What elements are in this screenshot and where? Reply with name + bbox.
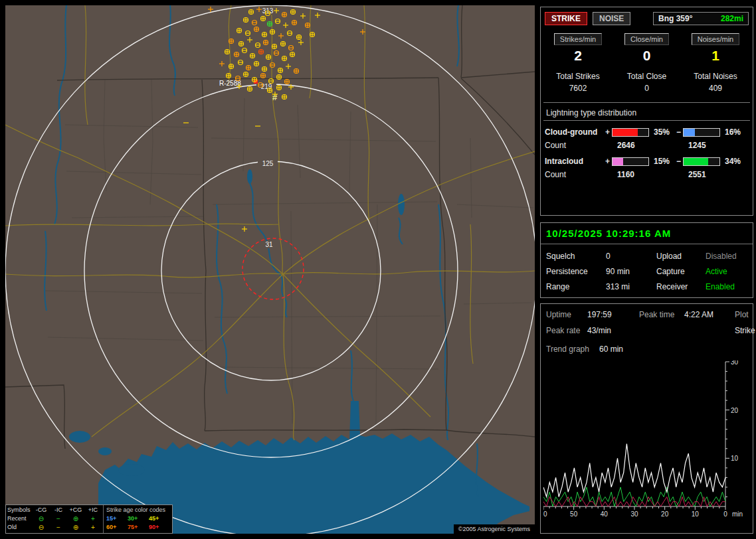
strike-marker (306, 23, 310, 28)
svg-text:20: 20 (661, 510, 669, 518)
strike-marker (268, 88, 272, 93)
receiver-label: Receiver (656, 282, 706, 291)
svg-text:10: 10 (731, 455, 739, 462)
strike-marker (272, 44, 277, 49)
app-window: { "panel": { "buttons": { "strike": "STR… (0, 0, 756, 539)
bearing-box: Bng 359° 282mi (653, 12, 749, 25)
strike-marker (249, 10, 254, 15)
strike-marker (264, 40, 268, 45)
ic-pos-old-icon: + (84, 523, 102, 532)
strike-marker (252, 78, 257, 82)
strike-marker (282, 56, 287, 61)
cg-pos-old-icon: ⊕ (67, 523, 84, 532)
noise-button[interactable]: NOISE (593, 12, 630, 25)
legend-col-cg-pos: +CG (67, 506, 84, 514)
peak-time-label: Peak time (639, 310, 684, 319)
strike-marker (278, 68, 283, 73)
strike-marker (294, 69, 299, 74)
ic-pos-recent-icon: + (84, 514, 102, 523)
ic-positive-pct: 15% (650, 157, 674, 166)
bearing-value: Bng 359° (658, 14, 692, 23)
strike-marker (268, 22, 272, 27)
cg-positive-bar (612, 128, 649, 137)
intracloud-label: Intracloud (545, 157, 603, 166)
svg-text:0: 0 (723, 510, 727, 518)
plot-mode-value: Strike (735, 326, 755, 335)
divider (543, 102, 750, 103)
close-per-min-label: Close/min (624, 33, 669, 45)
svg-text:30: 30 (731, 360, 739, 366)
cg-pos-recent-icon: ⊕ (67, 514, 84, 523)
noises-per-min-label: Noises/min (692, 33, 739, 45)
strike-marker (225, 50, 230, 54)
ic-negative-pct: 34% (721, 157, 745, 166)
minus-sign: − (674, 157, 683, 166)
strike-marker (250, 54, 255, 58)
total-noises-value: 409 (682, 82, 749, 94)
cloud-ground-label: Cloud-ground (545, 127, 603, 137)
age-45: 45+ (149, 514, 170, 523)
plus-sign: + (603, 127, 612, 137)
trend-panel: Uptime 197:59 Peak time 4:22 AM Plot Pea… (540, 303, 753, 534)
svg-text:40: 40 (601, 510, 609, 518)
peak-time-value: 4:22 AM (684, 310, 735, 319)
strike-marker (259, 50, 264, 54)
strike-button[interactable]: STRIKE (545, 12, 587, 25)
cg-positive-pct: 35% (650, 127, 674, 137)
strike-marker (235, 52, 239, 57)
count-label: Count (545, 170, 603, 179)
strike-marker (227, 74, 231, 78)
upload-label: Upload (656, 252, 706, 261)
total-close-value: 0 (614, 82, 680, 94)
strikes-per-min-value: 2 (545, 48, 611, 64)
bearing-range: 282mi (721, 14, 743, 23)
legend-old-label: Old (7, 523, 33, 532)
strike-marker (239, 42, 244, 46)
receiver-status: Enabled (706, 282, 747, 291)
legend-col-ic-pos: +IC (84, 506, 102, 514)
total-strikes-value: 7602 (545, 82, 611, 94)
strike-marker (292, 21, 297, 25)
plus-sign: + (603, 157, 612, 166)
trend-graph-window: 60 min (599, 345, 747, 354)
total-noises-label: Total Noises (682, 70, 749, 82)
strike-marker (254, 27, 259, 32)
peak-rate-label: Peak rate (546, 326, 587, 335)
range-label: Range (546, 282, 606, 291)
svg-text:60: 60 (543, 510, 547, 518)
trend-graph: 1020306050403020100min (543, 360, 753, 527)
strike-marker (244, 72, 248, 77)
age-90: 90+ (149, 523, 170, 532)
divider (543, 120, 750, 121)
strike-marker (277, 75, 282, 80)
cg-neg-recent-icon: ⊖ (33, 514, 50, 523)
persistence-value: 90 min (606, 267, 656, 276)
ic-negative-count: 2551 (683, 170, 721, 179)
symbol-legend: Symbols -CG -IC +CG +IC Recent ⊖ − ⊕ + O… (5, 504, 173, 534)
capture-status: Active (706, 267, 747, 276)
ic-negative-bar (683, 157, 720, 166)
trend-graph-label: Trend graph (546, 345, 599, 354)
strike-marker (285, 80, 290, 84)
ring-label-31: 31 (265, 241, 273, 248)
copyright-text: ©2005 Astrogenic Systems (454, 524, 535, 534)
cg-negative-count: 1245 (683, 141, 721, 150)
strike-marker (229, 64, 234, 69)
persistence-label: Persistence (546, 267, 606, 276)
ring-label-125: 125 (262, 160, 274, 167)
legend-col-ic-neg: -IC (50, 506, 67, 514)
strike-marker (277, 86, 282, 90)
strike-marker (291, 10, 296, 15)
ic-positive-bar (612, 157, 649, 166)
strike-marker (248, 87, 252, 92)
total-strikes-label: Total Strikes (545, 70, 611, 82)
strike-marker (254, 62, 259, 66)
ic-neg-recent-icon: − (50, 514, 67, 523)
svg-text:30: 30 (630, 510, 638, 518)
squelch-label: Squelch (546, 252, 606, 261)
uptime-value: 197:59 (587, 310, 639, 319)
lightning-map[interactable]: 313 219 125 31 R-2588 # Symbols -CG -IC … (5, 5, 535, 534)
strike-marker (261, 17, 266, 21)
ic-neg-old-icon: − (50, 523, 67, 532)
minus-sign: − (674, 127, 683, 137)
